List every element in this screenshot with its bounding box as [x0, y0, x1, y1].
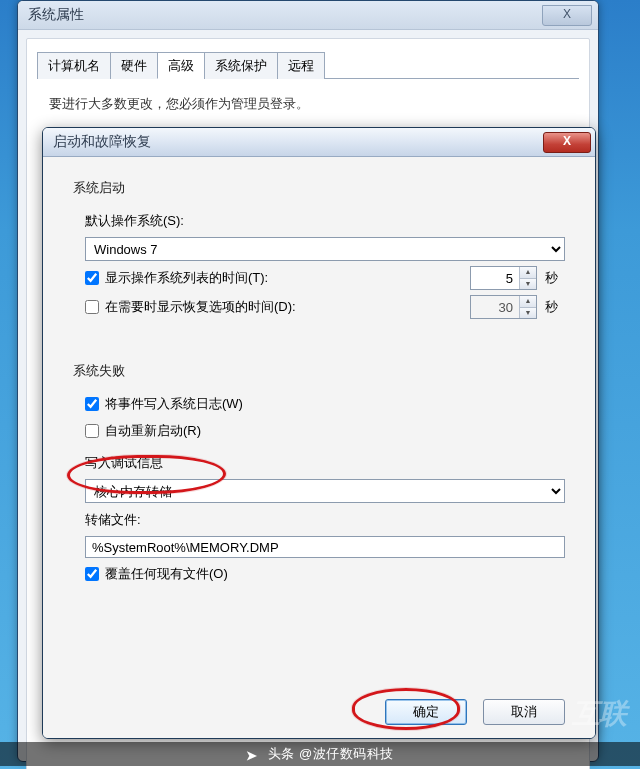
section-startup: 默认操作系统(S): Windows 7 显示操作系统列表的时间(T): ▲▼ …: [85, 205, 565, 324]
chevron-down-icon: ▼: [520, 307, 536, 319]
parent-titlebar: 系统属性 X: [18, 1, 598, 30]
tab-remote[interactable]: 远程: [277, 52, 325, 79]
tab-system-protection[interactable]: 系统保护: [204, 52, 278, 79]
startup-recovery-dialog: 启动和故障恢复 X 系统启动 默认操作系统(S): Windows 7 显示操作…: [42, 127, 596, 739]
overwrite-checkbox[interactable]: [85, 567, 99, 581]
log-event-checkbox[interactable]: [85, 397, 99, 411]
footer-logo-icon: ➤: [246, 748, 258, 763]
overwrite-label: 覆盖任何现有文件(O): [105, 565, 565, 583]
show-recovery-value: [471, 296, 519, 318]
tab-computer-name[interactable]: 计算机名: [37, 52, 111, 79]
dump-file-input[interactable]: [85, 536, 565, 558]
tabs: 计算机名 硬件 高级 系统保护 远程: [37, 51, 579, 79]
parent-body-text: 要进行大多数更改，您必须作为管理员登录。: [49, 95, 567, 113]
show-recovery-unit: 秒: [545, 298, 565, 316]
show-recovery-spinner: ▲▼: [470, 295, 537, 319]
show-os-list-spinner[interactable]: ▲▼: [470, 266, 537, 290]
footer-source: @波仔数码科技: [299, 746, 394, 761]
dialog-title: 启动和故障恢复: [53, 133, 543, 151]
show-recovery-label: 在需要时显示恢复选项的时间(D):: [105, 298, 470, 316]
section-failure-title: 系统失败: [73, 362, 565, 380]
dump-file-label: 转储文件:: [85, 511, 565, 529]
auto-restart-label: 自动重新启动(R): [105, 422, 565, 440]
show-os-list-value[interactable]: [471, 267, 519, 289]
default-os-label: 默认操作系统(S):: [85, 212, 565, 230]
section-startup-title: 系统启动: [73, 179, 565, 197]
footer-prefix: 头条: [268, 746, 295, 761]
dialog-content: 系统启动 默认操作系统(S): Windows 7 显示操作系统列表的时间(T)…: [43, 157, 595, 739]
chevron-up-icon[interactable]: ▲: [520, 267, 536, 278]
section-failure: 将事件写入系统日志(W) 自动重新启动(R) 写入调试信息 核心内存转储 转储文…: [85, 388, 565, 590]
chevron-up-icon: ▲: [520, 296, 536, 307]
log-event-label: 将事件写入系统日志(W): [105, 395, 565, 413]
dialog-button-bar: 确定 取消: [73, 687, 565, 725]
write-debug-combo[interactable]: 核心内存转储: [85, 479, 565, 503]
close-icon[interactable]: X: [542, 5, 592, 26]
cancel-button[interactable]: 取消: [483, 699, 565, 725]
ok-button[interactable]: 确定: [385, 699, 467, 725]
default-os-combo[interactable]: Windows 7: [85, 237, 565, 261]
parent-title: 系统属性: [28, 6, 542, 24]
footer-attribution: ➤ 头条 @波仔数码科技: [0, 742, 640, 766]
tab-hardware[interactable]: 硬件: [110, 52, 158, 79]
dialog-titlebar: 启动和故障恢复 X: [43, 128, 595, 157]
show-os-list-label: 显示操作系统列表的时间(T):: [105, 269, 470, 287]
tab-advanced[interactable]: 高级: [157, 52, 205, 79]
chevron-down-icon[interactable]: ▼: [520, 278, 536, 290]
write-debug-label: 写入调试信息: [85, 454, 565, 472]
show-os-list-checkbox[interactable]: [85, 271, 99, 285]
show-recovery-checkbox[interactable]: [85, 300, 99, 314]
close-icon[interactable]: X: [543, 132, 591, 153]
auto-restart-checkbox[interactable]: [85, 424, 99, 438]
show-os-list-unit: 秒: [545, 269, 565, 287]
